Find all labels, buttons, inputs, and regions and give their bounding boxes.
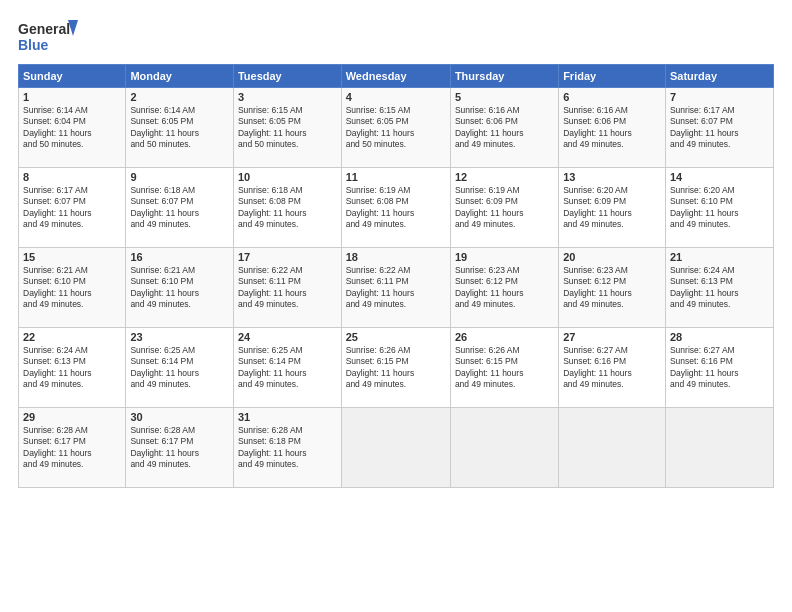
day-info: Sunrise: 6:18 AM Sunset: 6:07 PM Dayligh… (130, 185, 229, 231)
calendar-cell: 10Sunrise: 6:18 AM Sunset: 6:08 PM Dayli… (233, 168, 341, 248)
calendar-header-row: SundayMondayTuesdayWednesdayThursdayFrid… (19, 65, 774, 88)
day-number: 2 (130, 91, 229, 103)
calendar-cell: 17Sunrise: 6:22 AM Sunset: 6:11 PM Dayli… (233, 248, 341, 328)
calendar-week-row: 22Sunrise: 6:24 AM Sunset: 6:13 PM Dayli… (19, 328, 774, 408)
day-number: 25 (346, 331, 446, 343)
calendar-cell: 7Sunrise: 6:17 AM Sunset: 6:07 PM Daylig… (665, 88, 773, 168)
day-number: 19 (455, 251, 554, 263)
day-info: Sunrise: 6:17 AM Sunset: 6:07 PM Dayligh… (670, 105, 769, 151)
day-number: 11 (346, 171, 446, 183)
calendar-cell: 2Sunrise: 6:14 AM Sunset: 6:05 PM Daylig… (126, 88, 234, 168)
calendar-cell: 22Sunrise: 6:24 AM Sunset: 6:13 PM Dayli… (19, 328, 126, 408)
day-header-sunday: Sunday (19, 65, 126, 88)
calendar-cell: 20Sunrise: 6:23 AM Sunset: 6:12 PM Dayli… (559, 248, 666, 328)
calendar-cell: 30Sunrise: 6:28 AM Sunset: 6:17 PM Dayli… (126, 408, 234, 488)
day-info: Sunrise: 6:28 AM Sunset: 6:17 PM Dayligh… (130, 425, 229, 471)
calendar-cell: 14Sunrise: 6:20 AM Sunset: 6:10 PM Dayli… (665, 168, 773, 248)
day-info: Sunrise: 6:16 AM Sunset: 6:06 PM Dayligh… (455, 105, 554, 151)
calendar-cell: 15Sunrise: 6:21 AM Sunset: 6:10 PM Dayli… (19, 248, 126, 328)
day-info: Sunrise: 6:15 AM Sunset: 6:05 PM Dayligh… (346, 105, 446, 151)
day-number: 18 (346, 251, 446, 263)
day-number: 3 (238, 91, 337, 103)
calendar-week-row: 29Sunrise: 6:28 AM Sunset: 6:17 PM Dayli… (19, 408, 774, 488)
calendar-cell: 25Sunrise: 6:26 AM Sunset: 6:15 PM Dayli… (341, 328, 450, 408)
day-number: 23 (130, 331, 229, 343)
calendar-cell: 29Sunrise: 6:28 AM Sunset: 6:17 PM Dayli… (19, 408, 126, 488)
day-number: 27 (563, 331, 661, 343)
calendar-week-row: 15Sunrise: 6:21 AM Sunset: 6:10 PM Dayli… (19, 248, 774, 328)
page: GeneralBlue SundayMondayTuesdayWednesday… (0, 0, 792, 612)
day-info: Sunrise: 6:24 AM Sunset: 6:13 PM Dayligh… (23, 345, 121, 391)
svg-text:Blue: Blue (18, 37, 49, 53)
calendar-cell: 31Sunrise: 6:28 AM Sunset: 6:18 PM Dayli… (233, 408, 341, 488)
day-info: Sunrise: 6:24 AM Sunset: 6:13 PM Dayligh… (670, 265, 769, 311)
calendar-table: SundayMondayTuesdayWednesdayThursdayFrid… (18, 64, 774, 488)
calendar-cell (665, 408, 773, 488)
day-info: Sunrise: 6:28 AM Sunset: 6:18 PM Dayligh… (238, 425, 337, 471)
logo-icon: GeneralBlue (18, 18, 78, 54)
day-header-saturday: Saturday (665, 65, 773, 88)
calendar-cell: 4Sunrise: 6:15 AM Sunset: 6:05 PM Daylig… (341, 88, 450, 168)
day-info: Sunrise: 6:23 AM Sunset: 6:12 PM Dayligh… (455, 265, 554, 311)
day-info: Sunrise: 6:20 AM Sunset: 6:09 PM Dayligh… (563, 185, 661, 231)
day-info: Sunrise: 6:14 AM Sunset: 6:04 PM Dayligh… (23, 105, 121, 151)
day-header-monday: Monday (126, 65, 234, 88)
day-number: 21 (670, 251, 769, 263)
day-info: Sunrise: 6:22 AM Sunset: 6:11 PM Dayligh… (346, 265, 446, 311)
day-info: Sunrise: 6:27 AM Sunset: 6:16 PM Dayligh… (563, 345, 661, 391)
calendar-cell: 26Sunrise: 6:26 AM Sunset: 6:15 PM Dayli… (450, 328, 558, 408)
day-info: Sunrise: 6:16 AM Sunset: 6:06 PM Dayligh… (563, 105, 661, 151)
calendar-cell: 11Sunrise: 6:19 AM Sunset: 6:08 PM Dayli… (341, 168, 450, 248)
day-info: Sunrise: 6:19 AM Sunset: 6:08 PM Dayligh… (346, 185, 446, 231)
day-info: Sunrise: 6:20 AM Sunset: 6:10 PM Dayligh… (670, 185, 769, 231)
day-number: 24 (238, 331, 337, 343)
day-number: 15 (23, 251, 121, 263)
day-info: Sunrise: 6:21 AM Sunset: 6:10 PM Dayligh… (130, 265, 229, 311)
day-number: 31 (238, 411, 337, 423)
day-info: Sunrise: 6:18 AM Sunset: 6:08 PM Dayligh… (238, 185, 337, 231)
day-number: 29 (23, 411, 121, 423)
day-number: 26 (455, 331, 554, 343)
calendar-cell: 19Sunrise: 6:23 AM Sunset: 6:12 PM Dayli… (450, 248, 558, 328)
calendar-cell: 3Sunrise: 6:15 AM Sunset: 6:05 PM Daylig… (233, 88, 341, 168)
day-info: Sunrise: 6:22 AM Sunset: 6:11 PM Dayligh… (238, 265, 337, 311)
day-info: Sunrise: 6:26 AM Sunset: 6:15 PM Dayligh… (455, 345, 554, 391)
calendar-cell (341, 408, 450, 488)
day-number: 16 (130, 251, 229, 263)
calendar-cell: 5Sunrise: 6:16 AM Sunset: 6:06 PM Daylig… (450, 88, 558, 168)
calendar-cell: 13Sunrise: 6:20 AM Sunset: 6:09 PM Dayli… (559, 168, 666, 248)
day-info: Sunrise: 6:28 AM Sunset: 6:17 PM Dayligh… (23, 425, 121, 471)
calendar-cell (450, 408, 558, 488)
calendar-cell: 12Sunrise: 6:19 AM Sunset: 6:09 PM Dayli… (450, 168, 558, 248)
day-number: 6 (563, 91, 661, 103)
day-info: Sunrise: 6:23 AM Sunset: 6:12 PM Dayligh… (563, 265, 661, 311)
day-number: 12 (455, 171, 554, 183)
svg-text:General: General (18, 21, 70, 37)
calendar-cell: 28Sunrise: 6:27 AM Sunset: 6:16 PM Dayli… (665, 328, 773, 408)
calendar-cell: 27Sunrise: 6:27 AM Sunset: 6:16 PM Dayli… (559, 328, 666, 408)
day-number: 8 (23, 171, 121, 183)
day-number: 30 (130, 411, 229, 423)
calendar-cell: 8Sunrise: 6:17 AM Sunset: 6:07 PM Daylig… (19, 168, 126, 248)
day-number: 17 (238, 251, 337, 263)
day-number: 9 (130, 171, 229, 183)
day-number: 28 (670, 331, 769, 343)
calendar-cell: 21Sunrise: 6:24 AM Sunset: 6:13 PM Dayli… (665, 248, 773, 328)
calendar-cell: 6Sunrise: 6:16 AM Sunset: 6:06 PM Daylig… (559, 88, 666, 168)
logo: GeneralBlue (18, 18, 78, 54)
header: GeneralBlue (18, 18, 774, 54)
day-info: Sunrise: 6:25 AM Sunset: 6:14 PM Dayligh… (130, 345, 229, 391)
day-header-wednesday: Wednesday (341, 65, 450, 88)
calendar-cell: 16Sunrise: 6:21 AM Sunset: 6:10 PM Dayli… (126, 248, 234, 328)
calendar-week-row: 8Sunrise: 6:17 AM Sunset: 6:07 PM Daylig… (19, 168, 774, 248)
day-info: Sunrise: 6:27 AM Sunset: 6:16 PM Dayligh… (670, 345, 769, 391)
day-info: Sunrise: 6:17 AM Sunset: 6:07 PM Dayligh… (23, 185, 121, 231)
day-number: 14 (670, 171, 769, 183)
day-header-thursday: Thursday (450, 65, 558, 88)
day-number: 13 (563, 171, 661, 183)
day-info: Sunrise: 6:21 AM Sunset: 6:10 PM Dayligh… (23, 265, 121, 311)
day-info: Sunrise: 6:19 AM Sunset: 6:09 PM Dayligh… (455, 185, 554, 231)
day-number: 5 (455, 91, 554, 103)
day-number: 4 (346, 91, 446, 103)
day-header-friday: Friday (559, 65, 666, 88)
